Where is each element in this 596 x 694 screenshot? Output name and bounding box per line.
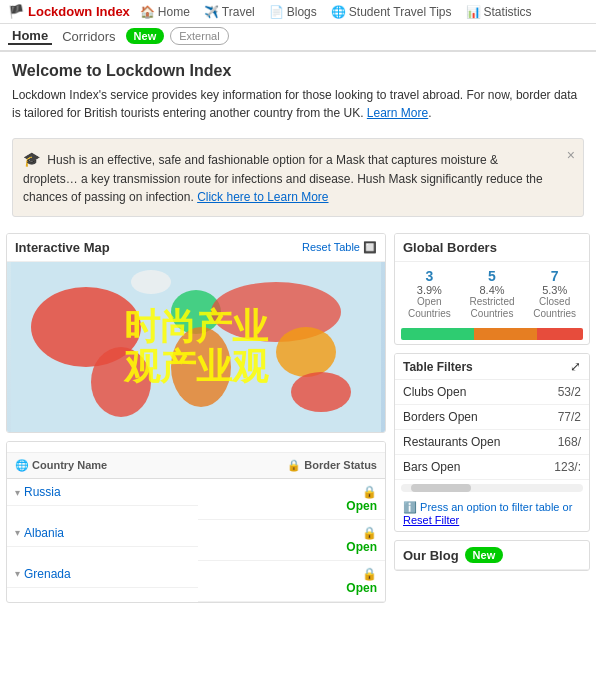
learn-more-link[interactable]: Learn More: [367, 106, 428, 120]
brand-name: Lockdown Index: [28, 4, 130, 19]
col-country-name: 🌐 Country Name: [7, 453, 198, 479]
info-icon: ℹ️: [403, 501, 417, 513]
countries-table: 🌐 Country Name 🔒 Border Status ▾ Rus: [7, 453, 385, 602]
lock-col-icon: 🔒: [287, 459, 301, 471]
right-panel: Global Borders 3 3.9% Open Countries 5 8…: [386, 233, 590, 603]
main-content: Interactive Map Reset Table 🔲: [0, 225, 596, 611]
filter-restaurants-open[interactable]: Restaurants Open 168/: [395, 430, 589, 455]
bar-red: [537, 328, 583, 340]
country-albania[interactable]: ▾ Albania: [7, 520, 198, 547]
table-row[interactable]: ▾ Russia 🔒 Open: [7, 479, 385, 520]
lock-icon: 🔒: [206, 485, 377, 499]
welcome-title: Welcome to Lockdown Index: [12, 62, 584, 80]
col-border-status: 🔒 Border Status: [198, 453, 385, 479]
svg-point-4: [171, 327, 231, 407]
svg-point-2: [91, 347, 151, 417]
global-borders-bar: [401, 328, 583, 340]
filter-scrollbar[interactable]: [401, 484, 583, 492]
filter-bars-open[interactable]: Bars Open 123/:: [395, 455, 589, 480]
welcome-text: Lockdown Index's service provides key in…: [12, 86, 584, 122]
status-grenada: 🔒 Open: [198, 561, 385, 602]
blog-section: Our Blog New: [394, 540, 590, 571]
subnav-home[interactable]: Home: [8, 28, 52, 45]
map-header: Interactive Map Reset Table 🔲: [7, 234, 385, 262]
blog-badge-new: New: [465, 547, 504, 563]
country-russia[interactable]: ▾ Russia: [7, 479, 198, 506]
badge-new[interactable]: New: [126, 28, 165, 44]
stat-closed: 7 5.3% Closed Countries: [524, 268, 585, 320]
stat-restricted: 5 8.4% Restricted Countries: [462, 268, 523, 320]
chevron-icon: ▾: [15, 527, 20, 538]
global-borders-stats: 3 3.9% Open Countries 5 8.4% Restricted …: [395, 262, 589, 324]
global-borders-title: Global Borders: [395, 234, 589, 262]
nav-home[interactable]: 🏠 Home: [140, 5, 190, 19]
map-body[interactable]: 时尚产业观产业观: [7, 262, 385, 432]
stats-icon: 📊: [466, 5, 481, 19]
reset-table-btn[interactable]: Reset Table 🔲: [302, 241, 377, 254]
map-section: Interactive Map Reset Table 🔲: [6, 233, 386, 433]
brand[interactable]: 🏴 Lockdown Index: [8, 4, 130, 19]
svg-point-8: [131, 270, 171, 294]
lock-icon: 🔒: [206, 526, 377, 540]
close-icon[interactable]: ×: [567, 145, 575, 166]
sub-nav: Home Corridors New External: [0, 24, 596, 52]
svg-point-6: [276, 327, 336, 377]
brand-flag: 🏴: [8, 4, 24, 19]
left-panel: Interactive Map Reset Table 🔲: [6, 233, 386, 603]
globe-icon: 🌐: [331, 5, 346, 19]
filter-note: ℹ️ Press an option to filter table or Re…: [395, 496, 589, 531]
nav-statistics[interactable]: 📊 Statistics: [466, 5, 532, 19]
stat-open: 3 3.9% Open Countries: [399, 268, 460, 320]
filter-borders-open[interactable]: Borders Open 77/2: [395, 405, 589, 430]
bar-green: [401, 328, 474, 340]
blogs-icon: 📄: [269, 5, 284, 19]
nav-blogs[interactable]: 📄 Blogs: [269, 5, 317, 19]
chevron-icon: ▾: [15, 568, 20, 579]
country-grenada[interactable]: ▾ Grenada: [7, 561, 198, 588]
world-map-svg: [7, 262, 385, 432]
badge-external[interactable]: External: [170, 27, 228, 45]
global-borders: Global Borders 3 3.9% Open Countries 5 8…: [394, 233, 590, 345]
table-row[interactable]: ▾ Grenada 🔒 Open: [7, 561, 385, 602]
nav-links: 🏠 Home ✈️ Travel 📄 Blogs 🌐 Student Trave…: [140, 5, 588, 19]
filters-section: Table Filters ⤢ Clubs Open 53/2 Borders …: [394, 353, 590, 532]
expand-filters-icon[interactable]: ⤢: [570, 359, 581, 374]
info-box-link[interactable]: Click here to Learn More: [197, 190, 328, 204]
filters-title: Table Filters: [403, 360, 473, 374]
info-box-icon: 🎓: [23, 151, 40, 167]
reset-filter-link[interactable]: Reset Filter: [403, 514, 459, 526]
status-albania: 🔒 Open: [198, 520, 385, 561]
svg-point-7: [291, 372, 351, 412]
table-section: 🌐 Country Name 🔒 Border Status ▾ Rus: [6, 441, 386, 603]
nav-travel[interactable]: ✈️ Travel: [204, 5, 255, 19]
home-icon: 🏠: [140, 5, 155, 19]
filters-header: Table Filters ⤢: [395, 354, 589, 380]
chevron-icon: ▾: [15, 487, 20, 498]
info-box: × 🎓 Hush is an effective, safe and fashi…: [12, 138, 584, 217]
status-russia: 🔒 Open: [198, 479, 385, 520]
travel-icon: ✈️: [204, 5, 219, 19]
lock-icon: 🔒: [206, 567, 377, 581]
nav-student-travel[interactable]: 🌐 Student Travel Tips: [331, 5, 452, 19]
map-title: Interactive Map: [15, 240, 110, 255]
blog-header: Our Blog New: [395, 541, 589, 570]
table-header: [7, 442, 385, 453]
bar-orange: [474, 328, 538, 340]
filter-clubs-open[interactable]: Clubs Open 53/2: [395, 380, 589, 405]
subnav-corridors[interactable]: Corridors: [58, 29, 119, 44]
table-column-headers: 🌐 Country Name 🔒 Border Status: [7, 453, 385, 479]
scrollbar-thumb: [411, 484, 471, 492]
table-row[interactable]: ▾ Albania 🔒 Open: [7, 520, 385, 561]
welcome-section: Welcome to Lockdown Index Lockdown Index…: [0, 52, 596, 130]
map-placeholder: 时尚产业观产业观: [7, 262, 385, 432]
blog-title: Our Blog: [403, 548, 459, 563]
globe-col-icon: 🌐: [15, 459, 29, 471]
top-nav: 🏴 Lockdown Index 🏠 Home ✈️ Travel 📄 Blog…: [0, 0, 596, 52]
